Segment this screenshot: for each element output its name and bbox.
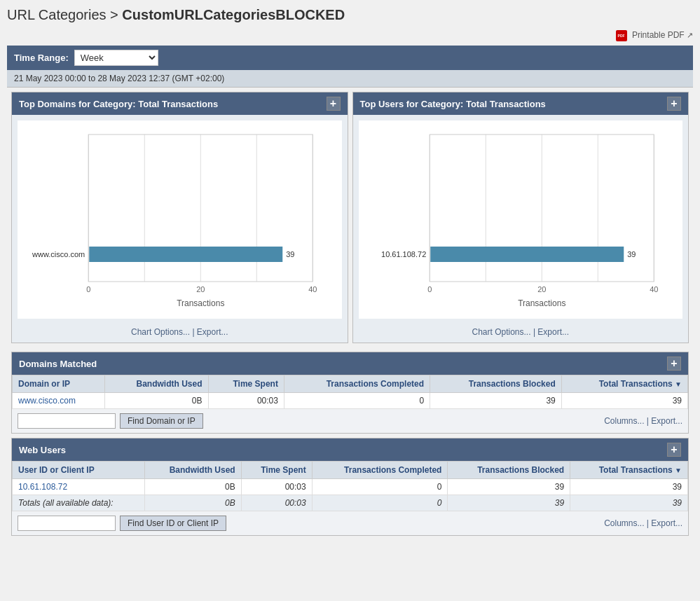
cell-domain: www.cisco.com [13,393,105,409]
domains-matched-footer: Find Domain or IP Columns... | Export... [12,409,688,433]
left-chart-expand-button[interactable]: + [327,97,341,111]
left-chart-body: www.cisco.com 39 0 20 40 Transactions [18,120,342,319]
col-tx-blocked-users[interactable]: Transactions Blocked [448,462,570,479]
table-row: www.cisco.com 0B 00:03 0 39 39 [13,393,688,409]
user-link[interactable]: 10.61.108.72 [18,482,67,492]
web-users-expand-button[interactable]: + [667,443,681,457]
web-users-footer: Find User ID or Client IP Columns... | E… [12,511,688,535]
cell-user-id: 10.61.108.72 [13,479,145,495]
users-columns-link[interactable]: Columns... [604,518,644,528]
title-bold: CustomURLCategoriesBLOCKED [122,7,345,22]
printable-pdf-bar: Printable PDF ↗ [7,30,693,41]
page-wrapper: URL Categories > CustomURLCategoriesBLOC… [0,0,700,601]
cell-tx-completed: 0 [284,393,430,409]
totals-row: Totals (all available data): 0B 00:03 0 … [13,495,688,511]
cell-tx-total-user: 39 [570,479,688,495]
title-prefix: URL Categories > [7,7,122,22]
cell-totals-bandwidth: 0B [145,495,242,511]
cell-tx-blocked: 39 [430,393,562,409]
printable-pdf-link[interactable]: Printable PDF [632,30,685,40]
find-user-button[interactable]: Find User ID or Client IP [120,516,226,531]
cell-totals-time: 00:03 [241,495,312,511]
web-users-header: Web Users + [12,438,688,461]
web-users-title: Web Users [19,445,66,455]
svg-text:0: 0 [427,285,432,293]
cell-totals-tx-completed: 0 [312,495,448,511]
col-time-spent[interactable]: Time Spent [208,375,284,393]
col-domain-ip[interactable]: Domain or IP [13,375,105,393]
left-chart-header: Top Domains for Category: Total Transact… [12,92,348,115]
sort-arrow-icon: ▼ [675,380,682,388]
col-user-id[interactable]: User ID or Client IP [13,462,145,479]
cell-tx-completed-user: 0 [312,479,448,495]
domains-footer-links: Columns... | Export... [604,416,682,426]
domains-matched-header: Domains Matched + [12,352,688,375]
right-chart-footer: Chart Options... | Export... [353,324,689,343]
right-chart-svg: 10.61.108.72 39 0 20 40 Transactions [366,127,676,310]
cell-bandwidth-user: 0B [145,479,242,495]
col-tx-total[interactable]: Total Transactions ▼ [561,375,687,393]
left-chart-options-link[interactable]: Chart Options... [131,327,190,337]
domains-matched-section: Domains Matched + Domain or IP Bandwidth… [11,352,689,434]
domains-matched-table: Domain or IP Bandwidth Used Time Spent T… [12,375,688,409]
svg-text:39: 39 [286,250,294,258]
right-chart-body: 10.61.108.72 39 0 20 40 Transactions [359,120,683,319]
cell-totals-tx-total: 39 [570,495,688,511]
right-chart-options-link[interactable]: Chart Options... [472,327,530,337]
right-chart-export-link[interactable]: Export... [537,327,569,337]
page-title: URL Categories > CustomURLCategoriesBLOC… [7,7,693,23]
svg-text:10.61.108.72: 10.61.108.72 [381,250,426,258]
time-range-select[interactable]: Week Hour Day Month Year Custom Range [74,50,158,66]
domains-matched-expand-button[interactable]: + [667,357,681,371]
domains-find-area: Find Domain or IP [18,413,203,429]
users-find-area: Find User ID or Client IP [18,516,226,531]
find-user-input[interactable] [18,516,116,531]
time-range-label: Time Range: [14,53,69,63]
col-tx-total-users[interactable]: Total Transactions ▼ [570,462,688,479]
col-time-spent-users[interactable]: Time Spent [241,462,312,479]
users-export-link[interactable]: Export... [651,518,682,528]
cell-time-spent: 00:03 [208,393,284,409]
pdf-icon [616,30,627,41]
left-chart-export-link[interactable]: Export... [197,327,228,337]
cell-time-spent-user: 00:03 [241,479,312,495]
svg-text:20: 20 [196,285,205,293]
svg-rect-7 [89,247,282,262]
svg-text:0: 0 [86,285,90,293]
right-chart-panel: Top Users for Category: Total Transactio… [352,92,689,343]
cell-bandwidth: 0B [104,393,208,409]
find-domain-button[interactable]: Find Domain or IP [120,413,203,429]
svg-text:39: 39 [627,250,636,258]
web-users-section: Web Users + User ID or Client IP Bandwid… [11,438,689,536]
time-range-bar: Time Range: Week Hour Day Month Year Cus… [7,46,693,70]
cell-totals-label: Totals (all available data): [13,495,145,511]
col-tx-blocked[interactable]: Transactions Blocked [430,375,562,393]
col-tx-completed-users[interactable]: Transactions Completed [312,462,448,479]
right-chart-expand-button[interactable]: + [667,97,681,111]
find-domain-input[interactable] [18,413,116,429]
domains-export-link[interactable]: Export... [651,416,682,426]
table-row: 10.61.108.72 0B 00:03 0 39 39 [13,479,688,495]
right-chart-title: Top Users for Category: Total Transactio… [360,99,546,109]
external-link-icon: ↗ [687,31,693,39]
svg-rect-20 [430,247,624,262]
col-tx-completed[interactable]: Transactions Completed [284,375,430,393]
svg-text:www.cisco.com: www.cisco.com [32,250,85,258]
date-range-bar: 21 May 2023 00:00 to 28 May 2023 12:37 (… [7,70,693,88]
cell-tx-blocked-user: 39 [448,479,570,495]
col-bandwidth-used-users[interactable]: Bandwidth Used [145,462,242,479]
svg-text:Transactions: Transactions [177,298,224,308]
cell-tx-total: 39 [561,393,687,409]
domain-link[interactable]: www.cisco.com [18,396,76,406]
svg-text:Transactions: Transactions [518,298,565,308]
svg-text:40: 40 [308,285,317,293]
col-bandwidth-used[interactable]: Bandwidth Used [104,375,208,393]
charts-row: Top Domains for Category: Total Transact… [7,88,693,347]
left-chart-panel: Top Domains for Category: Total Transact… [11,92,348,343]
svg-text:40: 40 [650,285,658,293]
domains-columns-link[interactable]: Columns... [604,416,644,426]
cell-totals-tx-blocked: 39 [448,495,570,511]
right-chart-header: Top Users for Category: Total Transactio… [353,92,689,115]
svg-text:20: 20 [537,285,546,293]
domains-matched-title: Domains Matched [19,359,97,369]
